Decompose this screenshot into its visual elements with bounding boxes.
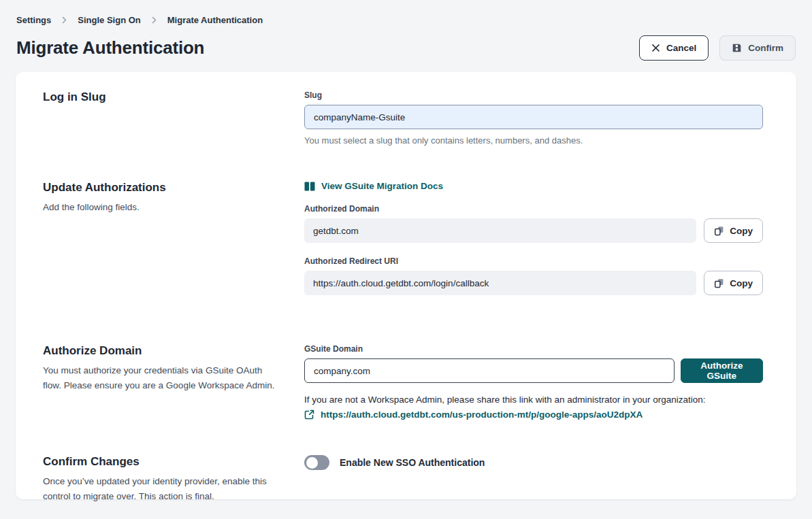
- breadcrumb: Settings Single Sign On Migrate Authenti…: [16, 15, 796, 25]
- slug-help-text: You must select a slug that only contain…: [304, 135, 763, 146]
- cancel-button[interactable]: Cancel: [639, 35, 709, 61]
- enable-sso-toggle[interactable]: [304, 455, 329, 470]
- slug-input[interactable]: [304, 105, 763, 129]
- breadcrumb-migrate-authentication: Migrate Authentication: [167, 15, 263, 25]
- copy-authorized-domain-button[interactable]: Copy: [704, 218, 763, 243]
- gsuite-migration-docs-link[interactable]: View GSuite Migration Docs: [304, 181, 443, 191]
- chevron-right-icon: [150, 16, 158, 24]
- admin-share-link[interactable]: https://auth.cloud.getdbt.com/us-product…: [321, 409, 643, 420]
- confirm-changes-description: Once you’ve updated your identity provid…: [43, 474, 277, 503]
- authorized-domain-value: getdbt.com: [304, 218, 696, 243]
- section-confirm-changes: Confirm Changes Once you’ve updated your…: [43, 455, 763, 503]
- confirm-button-label: Confirm: [748, 43, 783, 53]
- confirm-changes-heading: Confirm Changes: [43, 455, 277, 469]
- toggle-knob: [306, 457, 318, 469]
- copy-redirect-uri-button[interactable]: Copy: [704, 271, 763, 295]
- gsuite-domain-label: GSuite Domain: [304, 344, 763, 354]
- gsuite-domain-input[interactable]: [304, 358, 675, 383]
- authorized-domain-group: Authorized Domain getdbt.com Copy: [304, 204, 763, 243]
- workspace-admin-note: If you are not a Workspace Admin, please…: [304, 395, 763, 405]
- section-authorize-domain: Authorize Domain You must authorize your…: [43, 344, 763, 420]
- authorized-redirect-uri-label: Authorized Redirect URI: [304, 256, 763, 266]
- cancel-button-label: Cancel: [666, 43, 696, 53]
- copy-button-label: Copy: [730, 226, 753, 236]
- update-authorizations-heading: Update Authorizations: [43, 181, 277, 195]
- save-icon: [732, 43, 742, 53]
- breadcrumb-settings[interactable]: Settings: [16, 15, 51, 25]
- breadcrumb-single-sign-on[interactable]: Single Sign On: [78, 15, 140, 25]
- page-header: Settings Single Sign On Migrate Authenti…: [0, 0, 812, 61]
- settings-card: Log in Slug Slug You must select a slug …: [16, 72, 796, 499]
- authorized-domain-label: Authorized Domain: [304, 204, 763, 214]
- authorized-redirect-uri-group: Authorized Redirect URI https://auth.clo…: [304, 256, 763, 295]
- gsuite-migration-docs-link-label: View GSuite Migration Docs: [321, 181, 443, 191]
- login-slug-heading: Log in Slug: [43, 90, 277, 104]
- external-link-icon: [304, 409, 314, 420]
- slug-label: Slug: [304, 90, 763, 100]
- update-authorizations-description: Add the following fields.: [43, 200, 277, 215]
- page-title: Migrate Authentication: [16, 37, 204, 58]
- confirm-button[interactable]: Confirm: [719, 35, 796, 61]
- copy-icon: [714, 278, 724, 288]
- authorized-redirect-uri-value: https://auth.cloud.getdbt.com/login/call…: [304, 271, 696, 295]
- authorize-gsuite-button[interactable]: Authorize GSuite: [681, 358, 763, 383]
- title-row: Migrate Authentication Cancel Confirm: [16, 35, 796, 61]
- section-login-slug: Log in Slug Slug You must select a slug …: [43, 90, 763, 146]
- authorize-domain-heading: Authorize Domain: [43, 344, 277, 358]
- book-icon: [304, 182, 315, 191]
- close-icon: [651, 44, 660, 52]
- section-update-authorizations: Update Authorizations Add the following …: [43, 181, 763, 309]
- copy-button-label: Copy: [730, 278, 753, 288]
- chevron-right-icon: [61, 16, 68, 24]
- authorize-domain-description: You must authorize your credentials via …: [43, 363, 277, 392]
- enable-sso-toggle-label: Enable New SSO Authentication: [340, 457, 485, 468]
- copy-icon: [714, 226, 724, 236]
- header-actions: Cancel Confirm: [639, 35, 796, 61]
